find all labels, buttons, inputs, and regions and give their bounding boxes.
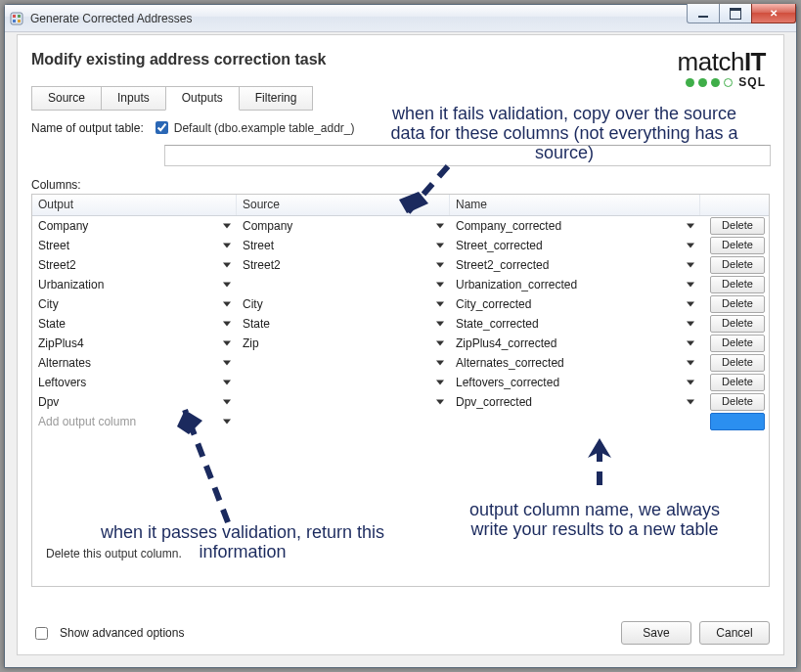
chevron-down-icon[interactable] [687, 302, 694, 307]
chevron-down-icon[interactable] [436, 322, 444, 327]
chevron-down-icon[interactable] [436, 224, 444, 229]
delete-button[interactable]: Delete [710, 393, 765, 411]
table-row: DpvDpv_correctedDelete [32, 392, 769, 412]
chevron-down-icon[interactable] [223, 381, 231, 385]
chevron-down-icon[interactable] [223, 283, 231, 288]
tab-outputs[interactable]: Outputs [165, 86, 240, 111]
name-cell[interactable]: Alternates_corrected [450, 354, 700, 372]
chevron-down-icon[interactable] [223, 224, 231, 229]
chevron-down-icon[interactable] [687, 263, 694, 268]
chevron-down-icon[interactable] [687, 381, 694, 385]
name-cell[interactable]: City_corrected [450, 295, 700, 313]
add-row-highlight[interactable]: . [710, 413, 765, 430]
chevron-down-icon[interactable] [223, 322, 231, 327]
delete-button[interactable]: Delete [710, 217, 765, 235]
output-cell[interactable]: Leftovers [32, 374, 237, 391]
tab-strip: SourceInputsOutputsFiltering [31, 86, 783, 111]
maximize-button[interactable] [719, 4, 752, 23]
chevron-down-icon[interactable] [687, 224, 694, 229]
brand-logo: matchIT SQL [678, 47, 766, 89]
source-cell[interactable]: State [237, 315, 450, 333]
delete-button[interactable]: Delete [710, 295, 765, 313]
source-cell[interactable] [237, 283, 450, 287]
advanced-checkbox[interactable] [35, 627, 48, 640]
output-cell[interactable]: Street2 [32, 256, 237, 274]
output-cell[interactable]: ZipPlus4 [32, 335, 237, 352]
tab-filtering[interactable]: Filtering [239, 86, 314, 111]
delete-button[interactable]: Delete [710, 374, 765, 391]
close-button[interactable] [751, 4, 796, 23]
source-cell[interactable] [237, 400, 450, 404]
chevron-down-icon[interactable] [223, 302, 231, 307]
output-cell[interactable]: Urbanization [32, 276, 237, 293]
name-cell[interactable]: ZipPlus4_corrected [450, 335, 700, 352]
chevron-down-icon[interactable] [687, 361, 694, 366]
source-cell[interactable]: City [237, 295, 450, 313]
delete-button[interactable]: Delete [710, 354, 765, 372]
chevron-down-icon[interactable] [687, 400, 694, 405]
source-cell[interactable] [237, 381, 450, 384]
source-cell[interactable]: Zip [237, 335, 450, 352]
chevron-down-icon[interactable] [223, 400, 231, 405]
name-cell[interactable]: Dpv_corrected [450, 393, 700, 411]
output-cell[interactable]: Dpv [32, 393, 237, 411]
add-output-cell[interactable]: Add output column [32, 413, 237, 430]
title-bar[interactable]: Generate Corrected Addresses [5, 5, 796, 32]
chevron-down-icon[interactable] [436, 244, 444, 248]
minimize-button[interactable] [687, 4, 720, 23]
chevron-down-icon[interactable] [436, 341, 444, 346]
chevron-down-icon[interactable] [436, 361, 444, 366]
source-cell[interactable]: Street2 [237, 256, 450, 274]
tab-inputs[interactable]: Inputs [101, 86, 166, 111]
output-cell[interactable]: State [32, 315, 237, 333]
save-button[interactable]: Save [621, 621, 691, 645]
source-cell[interactable]: Street [237, 237, 450, 254]
chevron-down-icon[interactable] [687, 283, 694, 288]
chevron-down-icon[interactable] [436, 263, 444, 268]
output-cell[interactable]: Street [32, 237, 237, 254]
tab-source[interactable]: Source [31, 86, 102, 111]
chevron-down-icon[interactable] [436, 302, 444, 307]
name-cell[interactable]: Company_corrected [450, 217, 700, 235]
chevron-down-icon[interactable] [223, 244, 231, 248]
chevron-down-icon[interactable] [436, 400, 444, 405]
source-cell[interactable]: Company [237, 217, 450, 235]
col-header-name[interactable]: Name [450, 195, 700, 215]
delete-button[interactable]: Delete [710, 276, 765, 293]
cancel-button[interactable]: Cancel [699, 621, 770, 645]
source-cell[interactable] [237, 361, 450, 365]
name-cell[interactable]: Street_corrected [450, 237, 700, 254]
client-area: Modify existing address correction task … [17, 34, 784, 655]
chevron-down-icon[interactable] [223, 420, 231, 425]
name-cell[interactable]: State_corrected [450, 315, 700, 333]
name-cell[interactable]: Urbanization_corrected [450, 276, 700, 293]
columns-label: Columns: [31, 178, 770, 192]
chevron-down-icon[interactable] [436, 381, 444, 385]
delete-button[interactable]: Delete [710, 256, 765, 274]
chevron-down-icon[interactable] [223, 341, 231, 346]
delete-button[interactable]: Delete [710, 335, 765, 352]
default-checkbox[interactable] [156, 121, 168, 134]
chevron-down-icon[interactable] [436, 283, 444, 288]
chevron-down-icon[interactable] [687, 244, 694, 248]
advanced-label: Show advanced options [60, 626, 184, 640]
output-cell[interactable]: Company [32, 217, 237, 235]
output-cell[interactable]: City [32, 295, 237, 313]
chevron-down-icon[interactable] [223, 263, 231, 268]
output-cell[interactable]: Alternates [32, 354, 237, 372]
name-cell[interactable]: Street2_corrected [450, 256, 700, 274]
delete-button[interactable]: Delete [710, 315, 765, 333]
table-row: UrbanizationUrbanization_correctedDelete [32, 275, 769, 294]
delete-button[interactable]: Delete [710, 237, 765, 254]
col-header-source[interactable]: Source [237, 195, 450, 215]
chevron-down-icon[interactable] [687, 322, 694, 327]
col-header-output[interactable]: Output [32, 195, 237, 215]
add-row[interactable]: Add output column. [32, 412, 769, 431]
window-title: Generate Corrected Addresses [30, 12, 192, 25]
table-row: Street2Street2Street2_correctedDelete [32, 255, 769, 275]
chevron-down-icon[interactable] [687, 341, 694, 346]
name-cell[interactable]: Leftovers_corrected [450, 374, 700, 391]
chevron-down-icon[interactable] [223, 361, 231, 366]
window-frame: Generate Corrected Addresses Modify exis… [4, 4, 797, 668]
output-table-input[interactable] [164, 145, 771, 166]
